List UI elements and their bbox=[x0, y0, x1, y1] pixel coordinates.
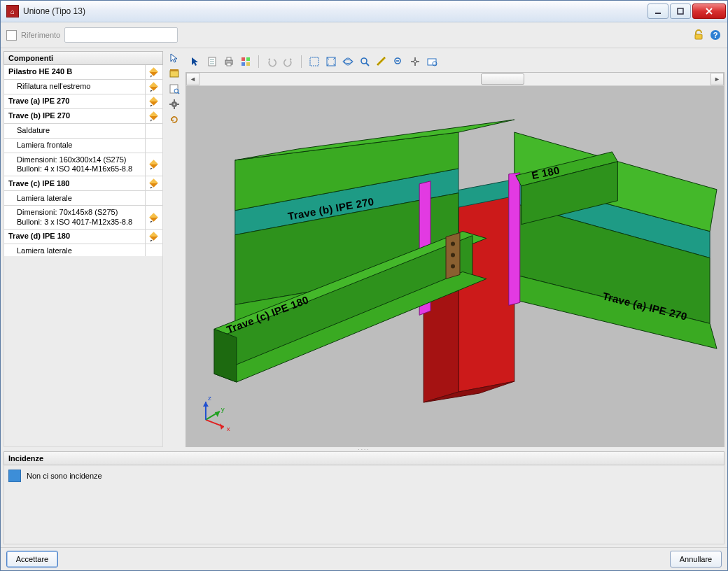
tool-zoom-prev-icon[interactable] bbox=[391, 55, 405, 69]
viewport-toolbar bbox=[186, 51, 724, 72]
incidences-panel: Incidenze Non ci sono incidenze bbox=[1, 451, 727, 547]
bolt bbox=[451, 253, 455, 258]
edit-button[interactable] bbox=[146, 153, 162, 176]
edit-button[interactable] bbox=[146, 191, 162, 205]
tree-row[interactable]: Trave (d) IPE 180 bbox=[4, 230, 162, 244]
scroll-left-icon[interactable]: ◄ bbox=[186, 73, 200, 85]
scroll-thumb[interactable] bbox=[481, 73, 524, 85]
bolt bbox=[451, 265, 455, 269]
tool-print-icon[interactable] bbox=[222, 55, 236, 69]
tree-row[interactable]: Dimensioni: 160x300x14 (S275) Bulloni: 4… bbox=[4, 153, 162, 176]
tool-redo-icon[interactable] bbox=[281, 55, 295, 69]
edit-button[interactable] bbox=[146, 94, 162, 108]
svg-text:z: z bbox=[208, 394, 211, 402]
tool-measure-icon[interactable] bbox=[374, 55, 388, 69]
tree-cell: Dimensioni: 160x300x14 (S275) Bulloni: 4… bbox=[4, 153, 146, 176]
reference-checkbox[interactable] bbox=[6, 30, 17, 41]
app-icon: ⌂ bbox=[6, 5, 19, 17]
tree-cell: Trave (c) IPE 180 bbox=[4, 176, 146, 190]
scroll-right-icon[interactable]: ► bbox=[710, 73, 724, 85]
incidences-body: Non ci sono incidenze bbox=[4, 465, 724, 544]
accept-button[interactable]: Accettare bbox=[6, 551, 58, 568]
edit-button[interactable] bbox=[146, 109, 162, 123]
tree-row[interactable]: Pilastro HE 240 B bbox=[4, 65, 162, 80]
tool-undo-icon[interactable] bbox=[265, 55, 279, 69]
tool-print-view-icon[interactable] bbox=[425, 55, 439, 69]
vtool-box-icon[interactable] bbox=[167, 66, 181, 80]
help-icon[interactable]: ? bbox=[709, 29, 722, 41]
titlebar: ⌂ Unione (Tipo 13) bbox=[1, 1, 727, 22]
tree-row[interactable]: Trave (c) IPE 180 bbox=[4, 176, 162, 191]
edit-button[interactable] bbox=[146, 80, 162, 94]
edit-button[interactable] bbox=[146, 65, 162, 79]
close-button[interactable] bbox=[692, 3, 726, 19]
svg-rect-6 bbox=[170, 69, 178, 71]
edit-button[interactable] bbox=[146, 230, 162, 244]
dialog-button-bar: Accettare Annullare bbox=[1, 547, 727, 570]
vertical-toolbar bbox=[166, 51, 183, 447]
viewport-canvas[interactable]: Trave (b) IPE 270 Trave (a) IPE 270 bbox=[186, 86, 724, 446]
tree-cell: Lamiera frontale bbox=[4, 139, 146, 153]
viewport-panel: ◄ ► bbox=[186, 51, 724, 447]
svg-rect-27 bbox=[310, 57, 318, 66]
viewport-h-scrollbar[interactable]: ◄ ► bbox=[186, 73, 724, 86]
edit-button[interactable] bbox=[146, 206, 162, 228]
tree-cell: Dimensioni: 70x145x8 (S275) Bulloni: 3 x… bbox=[4, 206, 146, 228]
tree-cell: Rifilatura nell'estremo bbox=[4, 80, 146, 94]
tool-config-icon[interactable] bbox=[239, 55, 253, 69]
tool-pointer-icon[interactable] bbox=[188, 55, 202, 69]
reference-input[interactable] bbox=[64, 27, 178, 43]
pencil-icon bbox=[149, 213, 159, 223]
tree-row[interactable]: Lamiera laterale bbox=[4, 244, 162, 256]
tree-cell: Trave (a) IPE 270 bbox=[4, 94, 146, 108]
tool-orbit-icon[interactable] bbox=[341, 55, 355, 69]
svg-rect-24 bbox=[246, 57, 250, 61]
svg-point-35 bbox=[414, 60, 416, 63]
tree-row[interactable]: Trave (b) IPE 270 bbox=[4, 109, 162, 124]
components-panel: Componenti Pilastro HE 240 BRifilatura n… bbox=[4, 51, 163, 447]
svg-rect-22 bbox=[227, 63, 231, 66]
svg-rect-23 bbox=[241, 57, 245, 61]
tree-row[interactable]: Dimensioni: 70x145x8 (S275) Bulloni: 3 x… bbox=[4, 206, 162, 229]
vtool-gear-icon[interactable] bbox=[167, 97, 181, 111]
tree-row[interactable]: Lamiera laterale bbox=[4, 191, 162, 206]
svg-rect-0 bbox=[655, 13, 661, 14]
pencil-icon bbox=[149, 82, 159, 92]
svg-line-32 bbox=[366, 63, 369, 66]
tool-fit-icon[interactable] bbox=[324, 55, 338, 69]
scroll-track[interactable] bbox=[200, 73, 710, 85]
svg-point-29 bbox=[344, 58, 351, 65]
svg-rect-26 bbox=[246, 62, 250, 66]
axis-triad: x y z bbox=[203, 394, 230, 432]
tree-cell: Lamiera laterale bbox=[4, 244, 146, 256]
vtool-refresh-icon[interactable] bbox=[167, 113, 181, 127]
viewport[interactable]: ◄ ► bbox=[186, 72, 724, 447]
tool-zoom-icon[interactable] bbox=[358, 55, 372, 69]
edit-button[interactable] bbox=[146, 176, 162, 190]
tree-row[interactable]: Rifilatura nell'estremo bbox=[4, 80, 162, 94]
tree-row[interactable]: Trave (a) IPE 270 bbox=[4, 94, 162, 109]
vtool-cursor-icon[interactable] bbox=[167, 51, 181, 65]
maximize-button[interactable] bbox=[670, 3, 691, 19]
tool-sheet-icon[interactable] bbox=[205, 55, 219, 69]
tool-pan-icon[interactable] bbox=[408, 55, 422, 69]
edit-button[interactable] bbox=[146, 139, 162, 153]
tree-row[interactable]: Saldature bbox=[4, 124, 162, 139]
svg-text:?: ? bbox=[713, 31, 718, 39]
svg-point-11 bbox=[174, 104, 176, 106]
edit-button[interactable] bbox=[146, 124, 162, 138]
tree-cell: Trave (d) IPE 180 bbox=[4, 230, 146, 244]
svg-marker-58 bbox=[214, 329, 237, 382]
minimize-button[interactable] bbox=[648, 3, 668, 19]
cancel-button[interactable]: Annullare bbox=[670, 551, 722, 568]
tree-row[interactable]: Lamiera frontale bbox=[4, 139, 162, 153]
incidence-row: Non ci sono incidenze bbox=[8, 470, 720, 482]
vtool-detail-icon[interactable] bbox=[167, 82, 181, 96]
edit-button[interactable] bbox=[146, 244, 162, 256]
svg-rect-2 bbox=[695, 34, 702, 39]
tree-cell: Trave (b) IPE 270 bbox=[4, 109, 146, 123]
svg-rect-1 bbox=[678, 8, 683, 14]
lock-icon[interactable] bbox=[692, 29, 705, 41]
components-tree[interactable]: Pilastro HE 240 BRifilatura nell'estremo… bbox=[4, 65, 163, 256]
tool-window-zoom-icon[interactable] bbox=[307, 55, 321, 69]
